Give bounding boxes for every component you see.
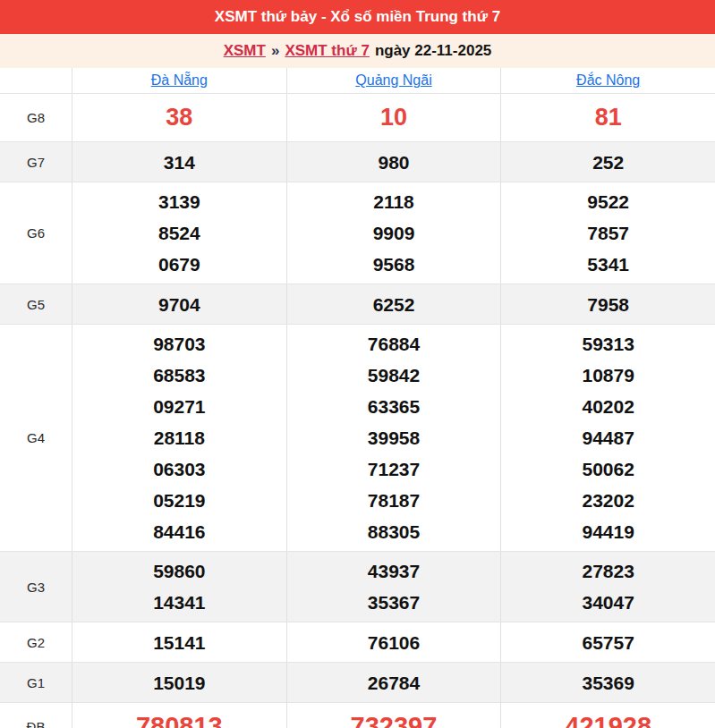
prize-value: 76884 [368, 328, 420, 360]
prize-value: 43937 [368, 555, 420, 587]
prize-value: 980 [378, 147, 409, 178]
row-label: G5 [0, 284, 72, 324]
prize-value: 09271 [153, 391, 205, 422]
header-bar: XSMT thứ bảy - Xổ số miền Trung thứ 7 [0, 0, 715, 34]
prize-value: 10879 [582, 360, 634, 391]
breadcrumb-link-xsmt-thu7[interactable]: XSMT thứ 7 [285, 42, 369, 60]
prize-value: 78187 [368, 485, 420, 516]
row-label: G2 [0, 622, 72, 662]
prize-value: 68583 [153, 360, 205, 391]
prize-value: 35367 [368, 587, 420, 618]
breadcrumb-separator: » [266, 42, 285, 60]
prize-value: 3139 [158, 186, 200, 217]
prize-value: 15141 [153, 627, 205, 658]
table-row: ĐB 780813 732397 421928 [0, 703, 715, 728]
prize-value: 39958 [368, 422, 420, 453]
prize-value: 71237 [368, 453, 420, 485]
table-row: G4 98703 68583 09271 28118 06303 05219 8… [0, 325, 715, 552]
prize-value: 38 [166, 102, 192, 133]
prize-value: 9704 [158, 289, 200, 320]
prize-value: 14341 [153, 587, 205, 618]
prize-value: 84416 [153, 516, 205, 547]
column-link-da-nang[interactable]: Đà Nẵng [151, 72, 208, 89]
prize-value: 35369 [582, 667, 634, 698]
prize-value: 15019 [153, 667, 205, 698]
prize-value: 6252 [373, 289, 415, 320]
prize-value: 9909 [373, 217, 415, 249]
prize-value: 40202 [582, 391, 634, 422]
table-row: G3 59860 14341 43937 35367 27823 34047 [0, 552, 715, 622]
column-link-dac-nong[interactable]: Đắc Nông [576, 72, 640, 89]
corner-cell [0, 68, 72, 93]
row-label: G3 [0, 552, 72, 622]
prize-value: 5341 [587, 249, 629, 280]
row-label: ĐB [0, 703, 72, 728]
prize-value: 2118 [373, 186, 414, 217]
prize-value: 732397 [351, 711, 438, 728]
prize-value: 314 [164, 147, 195, 178]
prize-value: 65757 [582, 627, 634, 658]
table-row: G7 314 980 252 [0, 142, 715, 182]
prize-value: 05219 [153, 485, 205, 516]
table-row: G5 9704 6252 7958 [0, 284, 715, 325]
prize-value: 7857 [587, 217, 629, 249]
prize-value: 06303 [153, 453, 205, 485]
row-label: G1 [0, 663, 72, 702]
table-row: G1 15019 26784 35369 [0, 663, 715, 703]
prize-value: 63365 [368, 391, 420, 422]
prize-value: 94419 [582, 516, 634, 547]
prize-value: 252 [592, 147, 624, 178]
prize-value: 9568 [373, 249, 415, 280]
prize-value: 28118 [154, 422, 205, 453]
breadcrumb-date: ngày 22-11-2025 [375, 42, 491, 60]
row-label: G8 [0, 94, 72, 141]
prize-value: 421928 [565, 711, 651, 728]
prize-value: 8524 [158, 217, 200, 249]
prize-value: 81 [595, 102, 622, 133]
prize-value: 27823 [582, 555, 634, 587]
prize-value: 98703 [153, 328, 205, 360]
prize-value: 9522 [587, 186, 629, 217]
table-row: G2 15141 76106 65757 [0, 622, 715, 663]
page-title: XSMT thứ bảy - Xổ số miền Trung thứ 7 [215, 8, 500, 26]
breadcrumb: XSMT»XSMT thứ 7ngày 22-11-2025 [0, 34, 715, 68]
prize-value: 59313 [582, 328, 634, 360]
column-link-quang-ngai[interactable]: Quảng Ngãi [355, 72, 431, 89]
prize-value: 0679 [158, 249, 200, 280]
prize-value: 50062 [582, 453, 634, 485]
prize-value: 76106 [368, 627, 420, 658]
table-header-row: Đà Nẵng Quảng Ngãi Đắc Nông [0, 68, 715, 94]
prize-value: 94487 [582, 422, 634, 453]
results-table: Đà Nẵng Quảng Ngãi Đắc Nông G8 38 10 81 … [0, 68, 715, 728]
prize-value: 7958 [587, 289, 629, 320]
prize-value: 10 [380, 102, 407, 133]
prize-value: 59860 [153, 555, 205, 587]
prize-value: 23202 [582, 485, 634, 516]
row-label: G4 [0, 325, 72, 551]
breadcrumb-link-xsmt[interactable]: XSMT [224, 42, 266, 60]
prize-value: 780813 [136, 711, 223, 728]
prize-value: 34047 [582, 587, 634, 618]
row-label: G7 [0, 142, 72, 182]
prize-value: 26784 [368, 667, 420, 698]
prize-value: 88305 [368, 516, 420, 547]
table-row: G6 3139 8524 0679 2118 9909 9568 9522 78… [0, 182, 715, 284]
row-label: G6 [0, 182, 72, 284]
prize-value: 59842 [368, 360, 420, 391]
table-row: G8 38 10 81 [0, 94, 715, 142]
